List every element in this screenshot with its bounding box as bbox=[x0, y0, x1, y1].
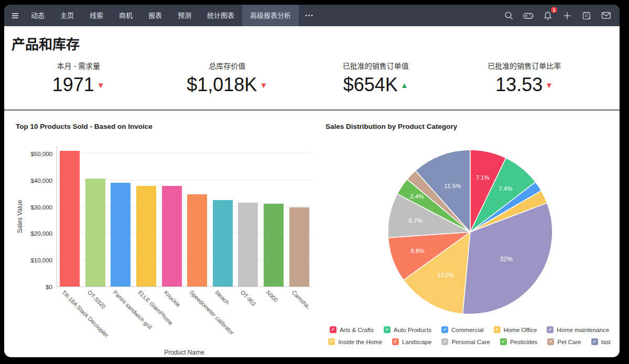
legend-checkbox-icon: ✓ bbox=[500, 338, 507, 345]
charts-area: Top 10 Products Sold - Based on Invoice … bbox=[4, 111, 620, 356]
pie-slice-label: 11.5% bbox=[444, 183, 461, 189]
legend-item-6[interactable]: ✓Inside the Home bbox=[328, 338, 382, 345]
legend-item-2[interactable]: ✓Auto Products bbox=[384, 326, 431, 333]
bar-1[interactable] bbox=[60, 151, 80, 286]
plus-icon[interactable] bbox=[561, 5, 573, 26]
legend-label: Inside the Home bbox=[338, 339, 382, 345]
bar-6[interactable] bbox=[187, 194, 207, 286]
nav-tab-1[interactable]: 动态 bbox=[23, 5, 52, 26]
trend-down-icon: ▼ bbox=[97, 81, 105, 89]
page-title: 产品和库存 bbox=[12, 34, 620, 53]
hamburger-icon[interactable] bbox=[7, 5, 23, 26]
nav-more-button[interactable]: ••• bbox=[299, 5, 320, 26]
x-axis-label: OT-S920 bbox=[86, 289, 107, 310]
kpi-row: 本月 - 需求量1971▼总库存价值$1,018K▼已批准的销售订单值$654K… bbox=[4, 55, 620, 96]
pie-chart: 7.1%7.4%32%13.5%8.8%8.7%3.4%11.5% bbox=[326, 143, 613, 318]
bar-5[interactable] bbox=[162, 186, 182, 286]
pie-slice-label: 13.5% bbox=[437, 272, 454, 278]
y-tick-label: $0 bbox=[46, 284, 52, 290]
y-axis-ticks: $0$10,000$20,000$30,000$40,000$50,000 bbox=[24, 146, 57, 286]
kpi-card-3: 已批准的销售订单值$654K▲ bbox=[301, 60, 450, 96]
calendar-icon[interactable]: 31 bbox=[580, 5, 593, 26]
bar-10[interactable] bbox=[289, 207, 309, 286]
navbar: 动态主页线索商机报表预测统计图表高级报表分析••• 131 bbox=[4, 5, 620, 26]
kpi-value: $654K bbox=[343, 74, 398, 96]
pie-slice-label: 3.4% bbox=[410, 193, 424, 200]
y-tick-label: $50,000 bbox=[30, 151, 52, 157]
bar-9[interactable] bbox=[264, 204, 284, 287]
kpi-label: 已批准的销售订单比率 bbox=[450, 60, 599, 71]
bar-3[interactable] bbox=[111, 183, 131, 286]
legend-label: Pesticides bbox=[510, 339, 537, 345]
x-axis-label: OT-902 bbox=[240, 289, 257, 307]
y-tick-label: $20,000 bbox=[30, 230, 52, 237]
nav-tab-4[interactable]: 商机 bbox=[111, 5, 140, 26]
pie-slice-label: 7.4% bbox=[498, 185, 512, 192]
kpi-card-1: 本月 - 需求量1971▼ bbox=[4, 60, 153, 96]
legend-item-8[interactable]: ✓Personal Care bbox=[441, 338, 490, 345]
legend-item-5[interactable]: ✓Home maintenance bbox=[547, 326, 609, 333]
nav-right-icons: 131 bbox=[503, 5, 620, 26]
bell-icon[interactable]: 1 bbox=[541, 5, 554, 26]
x-axis-label: bleach bbox=[214, 289, 230, 305]
kpi-label: 本月 - 需求量 bbox=[4, 60, 153, 71]
nav-tab-3[interactable]: 线索 bbox=[82, 5, 111, 26]
legend-item-9[interactable]: ✓Pesticides bbox=[500, 338, 537, 345]
pie-slice-label: 32% bbox=[500, 256, 513, 263]
nav-tab-6[interactable]: 预测 bbox=[170, 5, 199, 26]
y-tick-label: $30,000 bbox=[30, 204, 52, 211]
legend-item-7[interactable]: ✓Landscape bbox=[392, 338, 431, 345]
legend-checkbox-icon: ✓ bbox=[441, 326, 448, 333]
bar-4[interactable] bbox=[136, 186, 156, 287]
legend-label: Personal Care bbox=[451, 339, 490, 345]
svg-text:31: 31 bbox=[584, 14, 589, 17]
legend-item-11[interactable]: ✓last bbox=[591, 338, 611, 345]
y-axis-title: Sales Value bbox=[16, 146, 24, 286]
x-axis-label: Knuckle bbox=[163, 289, 182, 308]
bar-2[interactable] bbox=[85, 179, 105, 286]
kpi-card-2: 总库存价值$1,018K▼ bbox=[153, 60, 302, 96]
kpi-card-4: 已批准的销售订单比率13.53▼ bbox=[450, 60, 599, 96]
x-axis-label: Camsha.. bbox=[290, 289, 312, 311]
kpi-value: $1,018K bbox=[187, 74, 257, 96]
nav-tab-5[interactable]: 报表 bbox=[140, 5, 170, 26]
legend-label: Home maintenance bbox=[557, 327, 609, 333]
legend-checkbox-icon: ✓ bbox=[384, 326, 391, 333]
pie-slice-label: 8.7% bbox=[408, 217, 422, 224]
gamepad-icon[interactable] bbox=[522, 5, 535, 26]
bar-chart-panel: Top 10 Products Sold - Based on Invoice … bbox=[16, 123, 312, 356]
mail-icon[interactable] bbox=[600, 5, 612, 26]
trend-down-icon: ▼ bbox=[545, 81, 553, 89]
search-icon[interactable] bbox=[503, 5, 515, 26]
x-axis-labels: TR-18A Stack DecouplerOT-S920Panini sand… bbox=[57, 287, 312, 349]
bar-8[interactable] bbox=[238, 203, 258, 286]
y-tick-label: $10,000 bbox=[30, 257, 52, 263]
pie-slice-label: 7.1% bbox=[476, 174, 490, 181]
legend-row: ✓Inside the Home✓Landscape✓Personal Care… bbox=[328, 338, 610, 345]
nav-tab-8[interactable]: 高级报表分析 bbox=[242, 5, 299, 26]
nav-tabs: 动态主页线索商机报表预测统计图表高级报表分析••• bbox=[23, 5, 320, 26]
legend-checkbox-icon: ✓ bbox=[330, 326, 337, 333]
legend-checkbox-icon: ✓ bbox=[441, 338, 448, 345]
notification-badge: 1 bbox=[551, 7, 557, 13]
legend-item-3[interactable]: ✓Commercial bbox=[441, 326, 483, 333]
legend-label: Pet Care bbox=[557, 339, 581, 345]
kpi-label: 已批准的销售订单值 bbox=[301, 60, 450, 71]
legend-checkbox-icon: ✓ bbox=[547, 326, 554, 333]
kpi-value: 13.53 bbox=[495, 74, 543, 96]
bar-chart: Sales Value $0$10,000$20,000$30,000$40,0… bbox=[16, 146, 312, 287]
y-tick-label: $40,000 bbox=[30, 178, 52, 184]
nav-tab-2[interactable]: 主页 bbox=[52, 5, 82, 26]
bar-7[interactable] bbox=[213, 200, 233, 286]
pie-chart-title: Sales Distribution by Product Category bbox=[326, 123, 613, 130]
legend-item-4[interactable]: ✓Home Office bbox=[494, 326, 537, 333]
legend-item-10[interactable]: ✓Pet Care bbox=[547, 338, 581, 345]
nav-tab-7[interactable]: 统计图表 bbox=[199, 5, 242, 26]
kpi-value: 1971 bbox=[52, 74, 94, 96]
legend-checkbox-icon: ✓ bbox=[591, 338, 598, 345]
legend-checkbox-icon: ✓ bbox=[494, 326, 501, 333]
legend-item-1[interactable]: ✓Arts & Crafts bbox=[330, 326, 374, 333]
legend-checkbox-icon: ✓ bbox=[547, 338, 554, 345]
legend-label: Auto Products bbox=[394, 327, 431, 333]
trend-up-icon: ▲ bbox=[400, 81, 408, 89]
